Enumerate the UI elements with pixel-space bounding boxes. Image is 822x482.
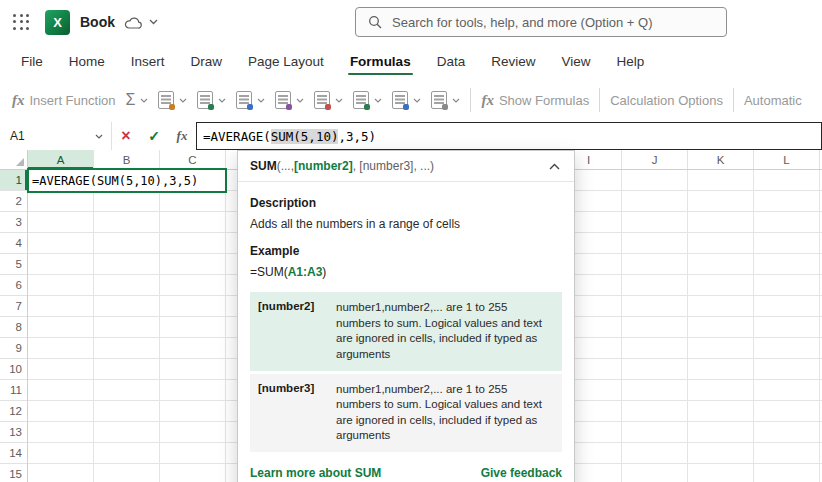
toolbar-separator	[599, 88, 600, 112]
text-functions-icon	[275, 91, 291, 109]
more-functions-icon	[431, 91, 447, 109]
workbook-title[interactable]: Book	[80, 14, 115, 30]
collapse-chevron-up-icon[interactable]	[547, 161, 562, 172]
show-formulas-icon: fx	[481, 92, 494, 109]
lookup-reference-button[interactable]	[353, 91, 382, 109]
insert-function-button[interactable]: fx Insert Function	[12, 92, 116, 109]
description-label: Description	[250, 196, 562, 210]
app-launcher-icon[interactable]	[13, 14, 30, 31]
math-trig-button[interactable]	[392, 91, 421, 109]
formula-selected-text: SUM(5,10)	[271, 129, 339, 144]
chevron-down-icon	[140, 98, 148, 103]
text-button[interactable]	[275, 91, 304, 109]
calculation-options-button[interactable]: Calculation Options	[610, 93, 723, 108]
name-box-value: A1	[10, 129, 25, 143]
column-header-c[interactable]: C	[160, 150, 226, 169]
row-header-10[interactable]: 10	[0, 359, 27, 380]
row-header-12[interactable]: 12	[0, 401, 27, 422]
row-header-9[interactable]: 9	[0, 338, 27, 359]
top-bar: X Book	[0, 0, 822, 44]
confirm-entry-button[interactable]: ✓	[140, 122, 168, 150]
chevron-down-icon	[257, 98, 265, 103]
fx-icon: fx	[177, 128, 188, 144]
search-box[interactable]	[355, 7, 727, 37]
calculation-mode-button[interactable]: Automatic	[744, 93, 802, 108]
toolbar-separator	[470, 88, 471, 112]
insert-function-fx-button[interactable]: fx	[168, 122, 196, 150]
param-row-number2: [number2] number1,number2,... are 1 to 2…	[250, 292, 562, 371]
row-header-14[interactable]: 14	[0, 443, 27, 464]
tab-data[interactable]: Data	[424, 44, 479, 78]
row-header-1[interactable]: 1	[0, 170, 27, 191]
row-header-13[interactable]: 13	[0, 422, 27, 443]
column-header-a[interactable]: A	[28, 150, 94, 169]
column-header-k[interactable]: K	[688, 150, 754, 169]
tab-page-layout[interactable]: Page Layout	[235, 44, 337, 78]
tab-draw[interactable]: Draw	[178, 44, 236, 78]
row-header-2[interactable]: 2	[0, 191, 27, 212]
lookup-reference-icon	[353, 91, 369, 109]
formulas-toolbar: fx Insert Function Σ fx Show Formula	[0, 78, 822, 123]
search-input[interactable]	[390, 14, 726, 31]
function-signature: SUM(..., [number2], [number3], ...)	[238, 151, 574, 182]
fx-icon: fx	[12, 92, 25, 109]
chevron-down-icon	[335, 98, 343, 103]
select-all-button[interactable]	[0, 150, 28, 170]
date-time-button[interactable]	[314, 91, 343, 109]
learn-more-link[interactable]: Learn more about SUM	[250, 466, 381, 480]
active-cell-editor[interactable]: =AVERAGE(SUM(5,10),3,5)	[27, 168, 227, 193]
title-chevron-down-icon[interactable]	[149, 19, 158, 25]
logical-button[interactable]	[236, 91, 265, 109]
cancel-entry-button[interactable]: ×	[112, 122, 140, 150]
tab-insert[interactable]: Insert	[118, 44, 178, 78]
financial-button[interactable]	[197, 91, 226, 109]
autosum-button[interactable]: Σ	[126, 91, 149, 109]
name-box-chevron-icon[interactable]	[95, 134, 103, 139]
row-headers: 1 2 3 4 5 6 7 8 9 10 11 12 13 14 15	[0, 170, 28, 482]
chevron-down-icon	[218, 98, 226, 103]
row-header-15[interactable]: 15	[0, 464, 27, 482]
column-header-l[interactable]: L	[754, 150, 820, 169]
tab-file[interactable]: File	[8, 44, 56, 78]
saved-cloud-icon[interactable]	[124, 16, 142, 29]
ribbon-tabs: File Home Insert Draw Page Layout Formul…	[0, 44, 822, 78]
tab-formulas[interactable]: Formulas	[337, 44, 424, 78]
param-row-number3: [number3] number1,number2,... are 1 to 2…	[250, 374, 562, 453]
formula-input[interactable]: =AVERAGE(SUM(5,10),3,5)	[196, 122, 822, 150]
chevron-down-icon	[452, 98, 460, 103]
column-header-j[interactable]: J	[622, 150, 688, 169]
row-header-5[interactable]: 5	[0, 254, 27, 275]
tab-review[interactable]: Review	[478, 44, 548, 78]
active-parameter: [number2]	[294, 159, 353, 173]
chevron-down-icon	[374, 98, 382, 103]
row-header-6[interactable]: 6	[0, 275, 27, 296]
row-header-3[interactable]: 3	[0, 212, 27, 233]
example-formula: =SUM(A1:A3)	[250, 265, 562, 279]
function-help-popup: SUM(..., [number2], [number3], ...) Desc…	[237, 150, 575, 482]
tab-help[interactable]: Help	[603, 44, 657, 78]
recently-used-button[interactable]	[158, 91, 187, 109]
excel-logo-icon[interactable]: X	[45, 10, 70, 35]
example-label: Example	[250, 244, 562, 258]
chevron-down-icon	[413, 98, 421, 103]
row-header-11[interactable]: 11	[0, 380, 27, 401]
search-icon	[368, 15, 382, 29]
recently-used-icon	[158, 91, 174, 109]
tab-home[interactable]: Home	[56, 44, 118, 78]
sigma-icon: Σ	[126, 91, 136, 109]
row-header-4[interactable]: 4	[0, 233, 27, 254]
more-functions-button[interactable]	[431, 91, 460, 109]
financial-icon	[197, 91, 213, 109]
chevron-down-icon	[296, 98, 304, 103]
name-box[interactable]: A1	[0, 122, 112, 150]
row-header-7[interactable]: 7	[0, 296, 27, 317]
description-text: Adds all the numbers in a range of cells	[250, 217, 562, 231]
show-formulas-button[interactable]: fx Show Formulas	[481, 92, 589, 109]
tab-view[interactable]: View	[548, 44, 603, 78]
column-header-b[interactable]: B	[94, 150, 160, 169]
toolbar-separator	[733, 88, 734, 112]
date-time-icon	[314, 91, 330, 109]
formula-bar: A1 × ✓ fx =AVERAGE(SUM(5,10),3,5)	[0, 122, 822, 151]
row-header-8[interactable]: 8	[0, 317, 27, 338]
give-feedback-link[interactable]: Give feedback	[481, 466, 562, 480]
